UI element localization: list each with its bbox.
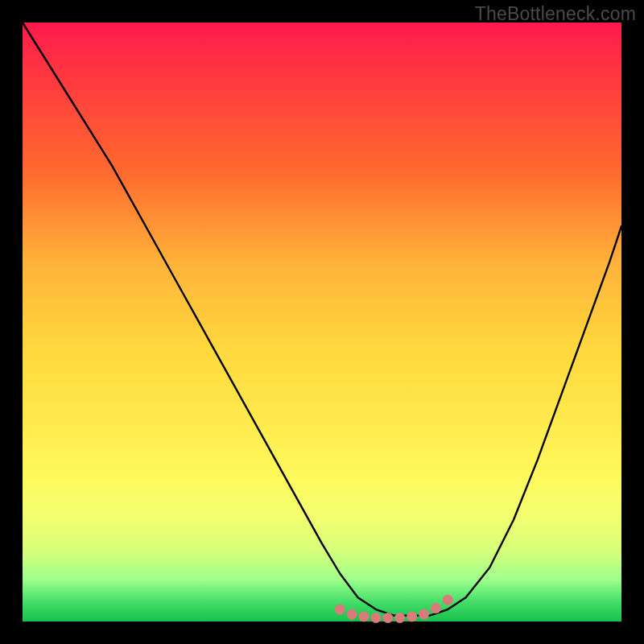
svg-point-3 (371, 613, 382, 623)
svg-point-6 (407, 612, 417, 622)
frame: TheBottleneck.com (0, 0, 644, 644)
flat-region-dots (335, 595, 453, 623)
svg-point-1 (347, 609, 357, 620)
svg-point-2 (359, 612, 369, 622)
bottleneck-curve (23, 23, 621, 616)
svg-point-0 (335, 605, 345, 615)
chart-overlay (23, 23, 621, 621)
svg-point-7 (419, 609, 429, 620)
svg-point-8 (431, 603, 441, 613)
watermark-text: TheBottleneck.com (475, 3, 636, 25)
svg-point-5 (394, 613, 405, 623)
svg-point-4 (382, 613, 393, 623)
svg-point-9 (443, 595, 453, 605)
